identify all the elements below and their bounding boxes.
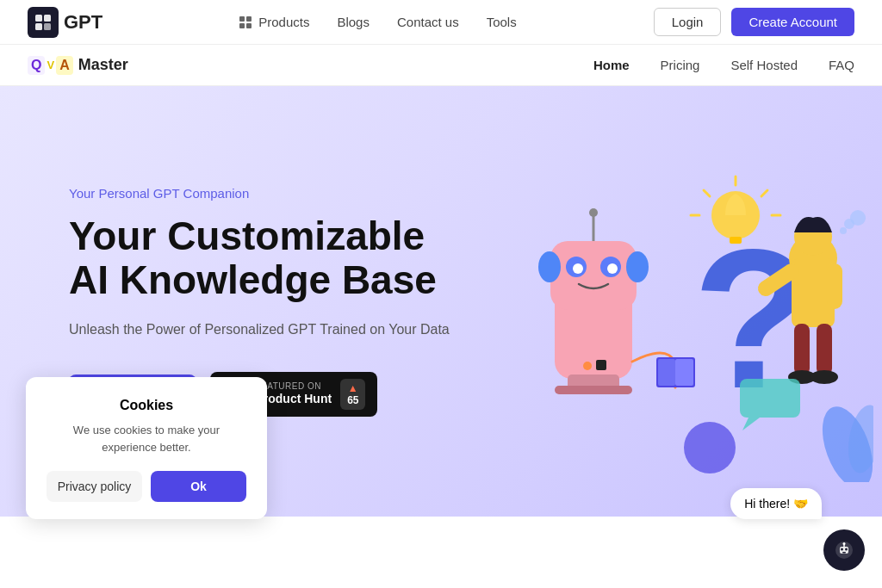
svg-rect-23 — [730, 237, 742, 244]
svg-rect-1 — [44, 15, 51, 22]
svg-rect-34 — [794, 324, 810, 375]
login-button[interactable]: Login — [654, 8, 722, 36]
svg-point-38 — [840, 227, 847, 234]
svg-rect-35 — [817, 324, 832, 375]
hero-subtitle: Your Personal GPT Companion — [69, 186, 465, 201]
svg-rect-16 — [555, 386, 632, 394]
top-nav-links: Products Blogs Contact us Tools — [239, 15, 516, 29]
nav-link-contact[interactable]: Contact us — [397, 15, 459, 29]
product-logo[interactable]: Q V A Master — [28, 56, 128, 75]
top-nav-actions: Login Create Account — [654, 8, 854, 36]
privacy-policy-button[interactable]: Privacy policy — [47, 471, 142, 502]
product-name: Master — [78, 56, 128, 74]
svg-rect-3 — [44, 23, 51, 30]
v-letter: V — [47, 59, 54, 71]
cookie-title: Cookies — [47, 398, 246, 413]
svg-point-8 — [589, 208, 598, 217]
qa-badge: Q V A — [28, 56, 73, 75]
svg-rect-19 — [675, 359, 693, 386]
svg-point-20 — [583, 362, 592, 370]
svg-point-40 — [850, 210, 866, 226]
nav-link-blogs[interactable]: Blogs — [337, 15, 370, 29]
brand-logo[interactable]: GPT — [28, 7, 102, 38]
products-grid-icon — [239, 16, 252, 28]
ok-button[interactable]: Ok — [151, 471, 246, 502]
second-nav-links: Home Pricing Self Hosted FAQ — [593, 58, 854, 72]
chat-bubble-text: Hi there! 🤝 — [744, 497, 808, 511]
svg-rect-18 — [658, 359, 675, 386]
logo-icon — [28, 7, 59, 38]
svg-rect-6 — [550, 241, 637, 310]
nav-faq[interactable]: FAQ — [829, 58, 854, 72]
svg-point-14 — [626, 251, 649, 282]
svg-point-42 — [684, 422, 736, 473]
ph-arrow-icon: ▲ — [348, 382, 358, 394]
chat-bubble-preview: Hi there! 🤝 — [730, 488, 822, 517]
create-account-button[interactable]: Create Account — [731, 8, 854, 36]
nav-link-tools[interactable]: Tools — [487, 15, 517, 29]
svg-line-26 — [761, 190, 767, 196]
illustration-svg: ? — [443, 121, 873, 482]
svg-point-13 — [538, 251, 561, 282]
svg-line-25 — [704, 190, 710, 196]
nav-home[interactable]: Home — [593, 58, 630, 72]
svg-point-37 — [811, 370, 838, 384]
q-letter: Q — [28, 56, 45, 75]
second-navbar: Q V A Master Home Pricing Self Hosted FA… — [0, 45, 882, 86]
hero-description: Unleash the Power of Personalized GPT Tr… — [69, 319, 465, 341]
svg-point-12 — [607, 263, 618, 274]
ph-votes: ▲ 65 — [340, 379, 365, 410]
nav-self-hosted[interactable]: Self Hosted — [730, 58, 798, 72]
cookie-banner: Cookies We use cookies to make your expe… — [26, 377, 267, 517]
svg-rect-41 — [740, 379, 800, 418]
nav-link-products[interactable]: Products — [239, 15, 309, 29]
svg-point-11 — [573, 263, 583, 274]
top-navbar: GPT Products Blogs Contact us Tools Logi… — [0, 0, 882, 45]
svg-rect-0 — [35, 15, 42, 22]
hero-title: Your Customizable AI Knowledge Base — [69, 214, 465, 301]
cookie-actions: Privacy policy Ok — [47, 471, 246, 502]
svg-rect-21 — [596, 360, 606, 370]
nav-pricing[interactable]: Pricing — [661, 58, 700, 72]
logo-text: GPT — [64, 11, 102, 34]
cookie-text: We use cookies to make your experience b… — [47, 422, 246, 455]
hero-illustration: ? — [434, 86, 882, 517]
svg-rect-2 — [35, 23, 42, 30]
a-letter: A — [56, 56, 73, 75]
ph-vote-count: 65 — [347, 394, 358, 406]
